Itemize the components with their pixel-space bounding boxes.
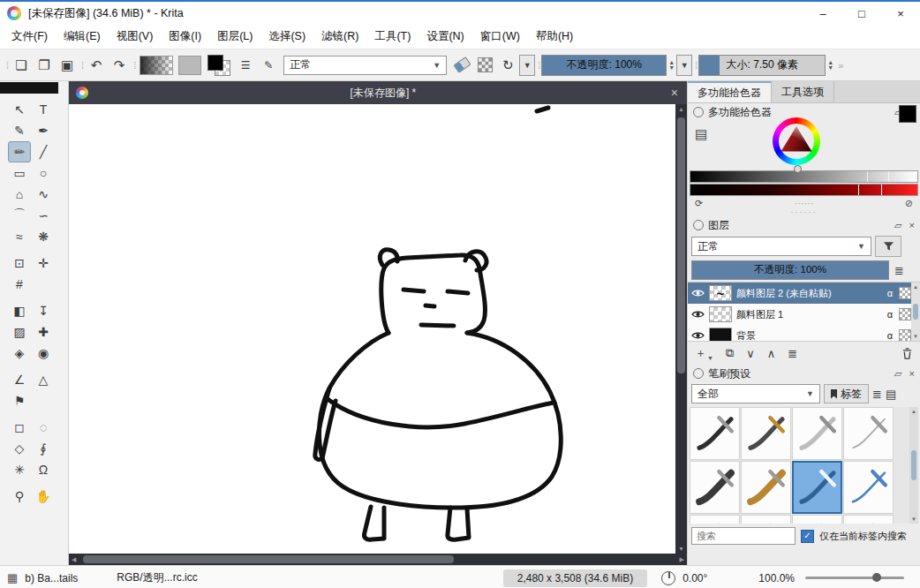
undo-button[interactable]: ↶: [85, 54, 108, 77]
inherit-alpha-icon[interactable]: α: [886, 288, 894, 298]
toolbar-grip[interactable]: ⁞: [81, 60, 82, 71]
foreground-color-swatch[interactable]: [207, 55, 223, 71]
preset-marker-chisel[interactable]: [792, 461, 842, 514]
opacity-dropdown[interactable]: ▼: [676, 55, 692, 76]
new-document-button[interactable]: ❏: [10, 54, 33, 77]
open-document-button[interactable]: ❐: [33, 54, 56, 77]
layer-blend-mode-dropdown[interactable]: 正常 ▼: [691, 237, 871, 256]
zoom-slider-handle[interactable]: [872, 573, 881, 582]
layer-background[interactable]: 背景 α: [688, 325, 920, 342]
refresh-shades-icon[interactable]: ⟳: [695, 198, 703, 209]
zoom-slider[interactable]: [805, 577, 904, 579]
layer-visibility-eye-icon[interactable]: [691, 331, 705, 340]
elliptical-selection-tool[interactable]: ◌: [32, 417, 55, 438]
menu-select[interactable]: 选择(S): [260, 26, 313, 48]
close-button[interactable]: ×: [881, 2, 920, 25]
magnetic-selection-tool[interactable]: Ω: [32, 459, 55, 480]
save-button[interactable]: ▣: [56, 54, 79, 77]
menu-settings[interactable]: 设置(N): [419, 26, 471, 48]
scroll-up-icon[interactable]: ▲: [911, 409, 916, 414]
smart-patch-tool[interactable]: ✚: [32, 321, 55, 343]
layer-paint-1[interactable]: 颜料图层 1 α: [688, 304, 920, 325]
toolbar-grip[interactable]: ⁞: [538, 60, 539, 71]
reload-preset-dropdown[interactable]: ▼: [519, 55, 535, 76]
preset-pencil-blue[interactable]: [843, 461, 894, 514]
color-shade-strip[interactable]: [690, 184, 918, 196]
toolbar-grip[interactable]: ⁞: [133, 60, 134, 71]
zoom-value[interactable]: 100.0%: [758, 572, 795, 584]
toolbox-docker-tab[interactable]: [0, 82, 58, 94]
vertical-scrollbar[interactable]: ▲ ▼: [675, 104, 687, 554]
freehand-brush-tool[interactable]: ✏: [8, 141, 31, 162]
alpha-lock-icon[interactable]: [899, 287, 911, 299]
reference-images-tool[interactable]: ⚑: [8, 390, 31, 411]
fill-tool[interactable]: ◈: [8, 343, 31, 364]
pattern-chooser[interactable]: [178, 56, 201, 75]
preset-row3-d[interactable]: [843, 515, 894, 524]
assistants-tool[interactable]: ∠: [8, 369, 31, 390]
preset-ink-sumi[interactable]: [741, 461, 791, 514]
layer-properties-button[interactable]: ≣: [788, 347, 797, 360]
bezier-curve-tool[interactable]: ⌒: [8, 205, 31, 226]
color-profile-label[interactable]: RGB/透明...rc.icc: [117, 570, 197, 585]
multibrush-tool[interactable]: ❋: [32, 226, 55, 247]
enclose-fill-tool[interactable]: ◉: [32, 343, 55, 364]
duplicate-layer-button[interactable]: ⧉: [726, 346, 734, 360]
select-shapes-tool[interactable]: ↖: [8, 99, 31, 120]
transform-tool[interactable]: ⊡: [8, 253, 31, 274]
measure-tool[interactable]: △: [32, 369, 55, 390]
preset-view-mode-icon[interactable]: ▤: [886, 388, 896, 401]
inherit-alpha-icon[interactable]: α: [886, 309, 894, 320]
preset-ink-brush-rough[interactable]: [690, 461, 740, 514]
pattern-edit-tool[interactable]: ▨: [8, 321, 31, 343]
layer-opacity-slider[interactable]: 不透明度: 100%: [691, 260, 889, 280]
preset-row3-b[interactable]: [741, 515, 791, 524]
layer-visibility-eye-icon[interactable]: [691, 289, 705, 298]
menu-filter[interactable]: 滤镜(R): [313, 26, 366, 48]
current-color-swatch[interactable]: [899, 105, 916, 123]
polygonal-selection-tool[interactable]: ◇: [8, 438, 31, 459]
edit-shapes-tool[interactable]: ✎: [8, 120, 31, 141]
value-shade-strip[interactable]: [690, 170, 918, 183]
calligraphy-tool[interactable]: ✒: [32, 120, 55, 141]
add-layer-button[interactable]: ＋▼: [695, 345, 713, 361]
move-layer-up-button[interactable]: ∧: [767, 347, 776, 360]
vertical-scroll-handle[interactable]: [677, 117, 685, 373]
preset-ink-precision[interactable]: [843, 407, 894, 460]
preset-ink-ballpen[interactable]: [690, 407, 740, 460]
rectangular-selection-tool[interactable]: ◻: [8, 417, 31, 438]
menu-layer[interactable]: 图层(L): [209, 26, 260, 48]
scroll-down-icon[interactable]: ▼: [911, 516, 916, 522]
gradient-chooser[interactable]: [140, 56, 173, 75]
close-docker-icon[interactable]: ×: [909, 368, 915, 379]
scroll-down-icon[interactable]: ▼: [913, 334, 918, 339]
redo-button[interactable]: ↷: [108, 54, 131, 77]
menu-edit[interactable]: 编辑(E): [56, 26, 109, 48]
document-close-icon[interactable]: ×: [671, 86, 678, 100]
brush-size-slider[interactable]: 大小: 7.50 像素: [698, 55, 826, 76]
crop-tool[interactable]: #: [8, 274, 31, 295]
document-tab-title[interactable]: [未保存图像] *: [95, 86, 671, 101]
eraser-mode-button[interactable]: [450, 54, 473, 77]
move-tool[interactable]: ✛: [32, 253, 55, 274]
current-tag-only-checkbox[interactable]: ✓: [801, 530, 814, 543]
hue-marker[interactable]: [794, 165, 802, 173]
workspace-chooser-button[interactable]: ☰: [234, 54, 257, 77]
brush-blend-mode-dropdown[interactable]: 正常 ▼: [283, 56, 447, 75]
horizontal-scroll-handle[interactable]: [83, 555, 454, 563]
freehand-path-tool[interactable]: ∽: [32, 205, 55, 226]
preset-menu-icon[interactable]: ≣: [872, 388, 882, 401]
inherit-alpha-icon[interactable]: α: [886, 330, 894, 341]
alpha-lock-icon[interactable]: [899, 329, 911, 342]
scroll-down-icon[interactable]: ▼: [675, 546, 687, 552]
preset-row3-a[interactable]: [690, 515, 740, 524]
close-docker-icon[interactable]: ×: [909, 220, 915, 230]
layer-options-menu-icon[interactable]: ≣: [894, 264, 904, 277]
rectangle-tool[interactable]: ▭: [8, 162, 31, 184]
gradient-tool[interactable]: ◧: [8, 300, 31, 321]
preset-search-input[interactable]: [691, 527, 796, 545]
menu-file[interactable]: 文件(F): [4, 26, 56, 48]
alpha-lock-icon[interactable]: [899, 308, 911, 320]
menu-window[interactable]: 窗口(W): [472, 26, 528, 48]
preset-row3-c[interactable]: [792, 515, 842, 524]
